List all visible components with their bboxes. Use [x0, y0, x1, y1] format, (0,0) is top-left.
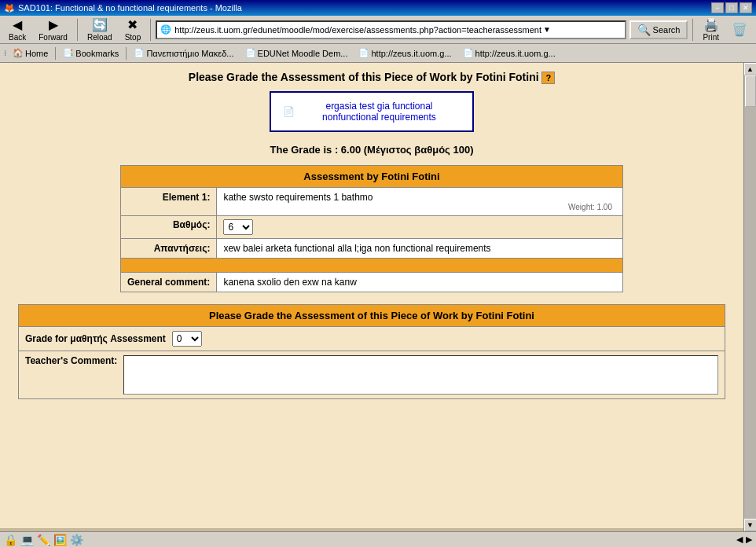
content-area: Please Grade the Assessment of this Piec…	[0, 63, 743, 528]
forward-button[interactable]: ▶ Forward	[34, 16, 72, 43]
trash-icon: 🗑️	[732, 22, 747, 37]
print-button[interactable]: 🖨️ Print	[698, 16, 724, 43]
file-link[interactable]: 📄 ergasia test gia functional nonfunctio…	[283, 101, 461, 123]
sep1	[77, 19, 78, 41]
address-icon: 🌐	[160, 24, 171, 35]
stop-icon: ✖	[127, 17, 138, 32]
element1-row: Element 1: kathe swsto requirements 1 ba…	[121, 188, 623, 216]
assessment-table: Assessment by Fotini Fotini Element 1: k…	[120, 165, 623, 292]
bookmark-zeus1[interactable]: 📄 http://zeus.it.uom.g...	[354, 47, 456, 59]
sep3	[692, 19, 693, 41]
maximize-button[interactable]: □	[725, 2, 738, 13]
grade-select-cell: 6 0123 4578 910	[217, 216, 623, 239]
status-gear-icon[interactable]: ⚙️	[70, 534, 83, 546]
status-bar: 🔒 💻 ✏️ 🖼️ ⚙️ ◀ ▶	[0, 531, 756, 547]
stop-button[interactable]: ✖ Stop	[120, 16, 146, 43]
window-title: SAD101: Functional & no functional requi…	[18, 3, 242, 13]
general-comment-value: kanena sxolio den exw na kanw	[217, 273, 623, 292]
scroll-down-arrow[interactable]: ▼	[744, 519, 757, 531]
element1-label: Element 1:	[121, 188, 217, 216]
weight-value: Weight: 1.00	[223, 203, 616, 211]
grade-label: Βαθμός:	[121, 216, 217, 239]
page-icon-4: 📄	[463, 48, 474, 58]
orange-spacer-row	[121, 259, 623, 273]
title-bar-left: 🦊 SAD101: Functional & no functional req…	[4, 3, 242, 13]
bottom-header: Please Grade the Assessment of this Piec…	[19, 305, 725, 327]
back-icon: ◀	[13, 17, 22, 32]
status-nav-left[interactable]: ◀	[736, 534, 743, 545]
page-icon-1: 📄	[134, 48, 145, 58]
bookmark-bookmarks[interactable]: 📑 Bookmarks	[58, 47, 123, 59]
grade-student-row: Grade for μαθητής Assessment 0123 4567 8…	[19, 327, 725, 351]
bookmark-edunet[interactable]: 📄 EDUNet Moodle Dem...	[240, 47, 353, 59]
window-icon: 🦊	[4, 3, 15, 13]
grade-student-label: Grade for μαθητής Assessment	[25, 333, 166, 344]
grade-select[interactable]: 6 0123 4578 910	[223, 219, 253, 235]
reload-icon: 🔄	[92, 17, 108, 32]
bm-sep2	[126, 47, 127, 60]
general-comment-label: General comment:	[121, 273, 217, 292]
address-url: http://zeus.it.uom.gr/edunet/moodle/mod/…	[174, 25, 541, 35]
print-icon: 🖨️	[703, 17, 719, 32]
answers-label: Απαντήσεις:	[121, 239, 217, 259]
address-dropdown[interactable]: ▼	[543, 25, 551, 34]
bookmark-home[interactable]: 🏠 Home	[8, 47, 53, 59]
search-icon: 🔍	[637, 24, 651, 36]
bottom-section: Please Grade the Assessment of this Piec…	[18, 304, 725, 399]
status-image-icon[interactable]: 🖼️	[53, 534, 67, 546]
title-bar-buttons: − □ ✕	[711, 2, 752, 13]
forward-icon: ▶	[49, 17, 58, 32]
right-scrollbar[interactable]: ▲ ▼	[743, 63, 756, 531]
status-pc-icon[interactable]: 💻	[20, 534, 34, 546]
answers-row: Απαντήσεις: xew balei arketa functional …	[121, 239, 623, 259]
close-button[interactable]: ✕	[739, 2, 752, 13]
general-comment-row: General comment: kanena sxolio den exw n…	[121, 273, 623, 292]
sep2	[150, 19, 151, 41]
scroll-thumb[interactable]	[745, 75, 756, 107]
bm-sep1	[55, 47, 56, 60]
browser-toolbar: ◀ Back ▶ Forward 🔄 Reload ✖ Stop 🌐 http:…	[0, 16, 756, 44]
element1-value: kathe swsto requirements 1 bathmo Weight…	[217, 188, 623, 216]
minimize-button[interactable]: −	[711, 2, 724, 13]
page-title: Please Grade the Assessment of this Piec…	[16, 71, 728, 83]
bookmark-panepistimio[interactable]: 📄 Πανεπιστήμιο Μακεδ...	[129, 47, 238, 59]
assessment-header-cell: Assessment by Fotini Fotini	[121, 166, 623, 188]
scroll-track[interactable]	[744, 75, 757, 519]
bookmarks-bar: ⁞ 🏠 Home 📑 Bookmarks 📄 Πανεπιστήμιο Μακε…	[0, 44, 756, 63]
file-link-box: 📄 ergasia test gia functional nonfunctio…	[270, 91, 474, 132]
status-nav-right[interactable]: ▶	[746, 534, 752, 545]
teacher-comment-textarea[interactable]	[123, 355, 718, 395]
bookmarks-icon: 📑	[63, 48, 74, 58]
grade-display: The Grade is : 6.00 (Μέγιστος βαθμός 100…	[16, 144, 728, 156]
teacher-comment-row: Teacher's Comment:	[19, 351, 725, 398]
orange-spacer	[121, 259, 623, 273]
trash-button[interactable]: 🗑️	[727, 20, 752, 39]
scroll-up-arrow[interactable]: ▲	[744, 63, 757, 75]
file-icon: 📄	[283, 106, 295, 117]
answers-value: xew balei arketa functional alla l;iga n…	[217, 239, 623, 259]
address-bar[interactable]: 🌐 http://zeus.it.uom.gr/edunet/moodle/mo…	[156, 20, 626, 39]
page-icon-2: 📄	[245, 48, 256, 58]
help-icon[interactable]: ?	[541, 72, 555, 84]
status-edit-icon[interactable]: ✏️	[37, 534, 50, 546]
bookmark-zeus2[interactable]: 📄 http://zeus.it.uom.g...	[458, 47, 560, 59]
assessment-header-row: Assessment by Fotini Fotini	[121, 166, 623, 188]
reload-button[interactable]: 🔄 Reload	[83, 16, 117, 43]
teacher-comment-label: Teacher's Comment:	[25, 355, 117, 366]
grade-student-select[interactable]: 0123 4567 8910	[172, 331, 202, 347]
home-icon: 🏠	[13, 48, 24, 58]
title-bar: 🦊 SAD101: Functional & no functional req…	[0, 0, 756, 16]
back-button[interactable]: ◀ Back	[4, 16, 31, 43]
bookmarks-handle: ⁞	[4, 49, 6, 57]
search-button[interactable]: 🔍 Search	[629, 20, 688, 39]
status-lock-icon[interactable]: 🔒	[4, 534, 17, 546]
page-icon-3: 📄	[358, 48, 369, 58]
grade-row: Βαθμός: 6 0123 4578 910	[121, 216, 623, 239]
